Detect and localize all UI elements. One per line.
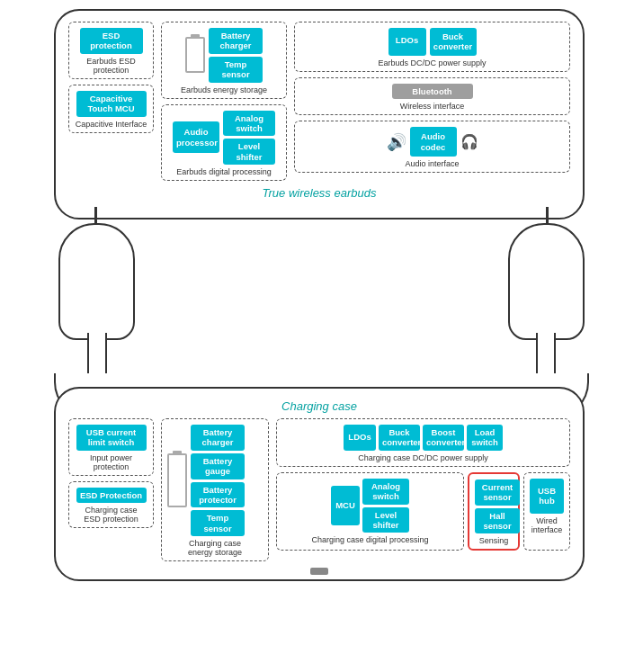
case-protector-chip: Battery protector	[191, 482, 245, 508]
sensing-group: Current sensor Hall sensor Sensing	[468, 472, 520, 551]
audio-interface-group: 🔊 Audio codec 🎧 Audio interface	[294, 121, 570, 173]
case-ldos-chip: LDOs	[344, 425, 376, 451]
wireless-label: Wireless interface	[300, 102, 564, 111]
hall-sensor-chip: Hall sensor	[475, 508, 520, 534]
case-digital-label: Charging case digital processing	[282, 535, 458, 544]
level-shifter-chip: Level shifter	[223, 139, 275, 165]
earbuds-section: ESD protection Earbuds ESD protection Ca…	[54, 9, 585, 220]
case-boost-chip: Boost converter	[423, 425, 464, 451]
case-charger-chip: Battery charger	[191, 425, 245, 451]
case-load-chip: Load switch	[467, 425, 503, 451]
case-esd-chip: ESD Protection	[76, 488, 147, 503]
case-esd-label: Charging case ESD protection	[75, 506, 147, 524]
main-container: ESD protection Earbuds ESD protection Ca…	[0, 0, 643, 672]
case-temp-chip: Temp sensor	[191, 510, 245, 536]
temp-sensor-chip: Temp sensor	[209, 57, 263, 83]
head-right	[508, 223, 585, 340]
audio-codec-chip: Audio codec	[410, 127, 457, 157]
case-gauge-chip: Battery gauge	[191, 453, 245, 479]
case-battery-icon	[167, 453, 187, 507]
current-sensor-chip: Current sensor	[475, 479, 520, 506]
wired-group: USB hub Wired interface	[523, 472, 570, 551]
wire-left	[94, 207, 97, 225]
esd-chip: ESD protection	[80, 28, 143, 54]
case-power-label: Charging case DC/DC power supply	[282, 453, 564, 462]
power-supply-group: LDOs Buck converter Earbuds DC/DC power …	[294, 22, 570, 72]
charging-title: Charging case	[68, 399, 570, 413]
case-level-chip: Level shifter	[362, 507, 409, 533]
case-power-group: LDOs Buck converter Boost converter Load…	[276, 418, 570, 467]
usb-chip: USB current limit switch	[76, 425, 147, 451]
esd-protection-group: ESD protection Earbuds ESD protection	[68, 22, 154, 79]
charging-section: Charging case USB current limit switch I…	[54, 387, 585, 581]
storage-label: Earbuds energy storage	[167, 85, 281, 94]
charging-connector	[310, 568, 328, 575]
case-buck-chip: Buck converter	[379, 425, 420, 451]
battery-storage-group: Battery charger Temp sensor Earbuds ener…	[161, 22, 287, 99]
usb-group: USB current limit switch Input power pro…	[68, 418, 154, 476]
case-digital-group: MCU Analog switch Level shifter Charging…	[276, 472, 464, 551]
audio-label: Audio interface	[300, 159, 564, 168]
battery-charger-chip: Battery charger	[209, 28, 263, 54]
analog-switch-chip: Analog switch	[223, 111, 275, 137]
sensing-label: Sensing	[475, 536, 513, 545]
digital-label: Earbuds digital processing	[167, 167, 281, 176]
case-storage-label: Charging case energy storage	[167, 539, 263, 557]
ldos-chip: LDOs	[388, 28, 426, 56]
usb-hub-chip: USB hub	[530, 479, 564, 514]
case-esd-group: ESD Protection Charging case ESD protect…	[68, 481, 154, 528]
usb-label: Input power protection	[75, 453, 147, 471]
buck-chip: Buck converter	[430, 28, 477, 56]
bluetooth-chip: Bluetooth	[392, 84, 473, 99]
wired-label: Wired interface	[530, 516, 564, 534]
wireless-group: Bluetooth Wireless interface	[294, 77, 570, 115]
case-analog-chip: Analog switch	[362, 479, 409, 505]
cap-chip: Capacitive Touch MCU	[76, 91, 147, 117]
mcu-chip: MCU	[331, 486, 360, 524]
wire-right	[546, 207, 549, 225]
head-left	[58, 223, 135, 340]
speaker-icon: 🔊	[387, 132, 406, 152]
case-battery-group: Battery charger Battery gauge Battery pr…	[161, 418, 269, 561]
earbuds-title: True wireless earbuds	[68, 186, 570, 200]
audio-proc-chip: Audio processor	[173, 121, 219, 153]
power-label: Earbuds DC/DC power supply	[300, 58, 564, 67]
cap-label: Capacitive Interface	[75, 120, 147, 129]
headphone-icon: 🎧	[460, 133, 478, 150]
battery-icon	[185, 37, 205, 73]
cap-touch-group: Capacitive Touch MCU Capacitive Interfac…	[68, 85, 154, 133]
esd-label: Earbuds ESD protection	[75, 57, 147, 75]
digital-proc-group: Audio processor Analog switch Level shif…	[161, 104, 287, 182]
